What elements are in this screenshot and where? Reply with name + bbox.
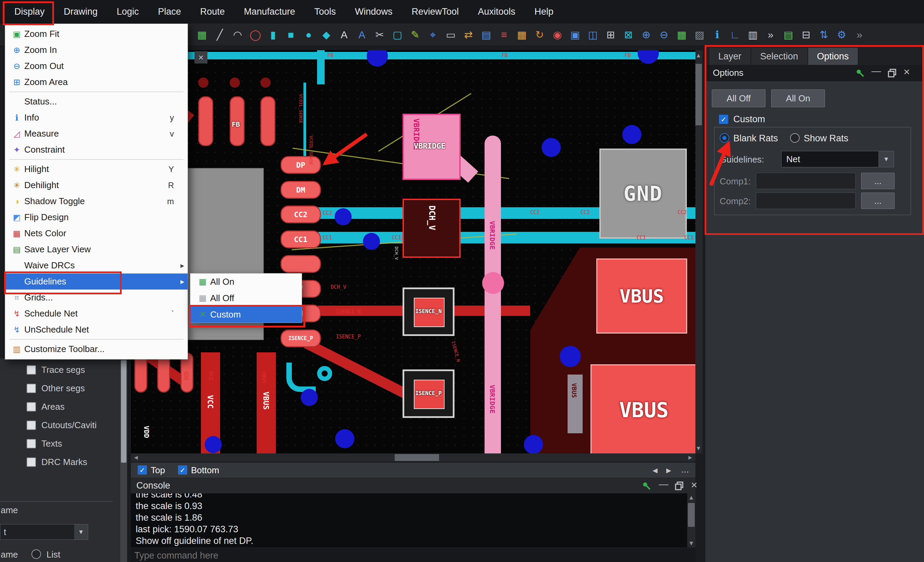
menu-row[interactable]: ▥ Customize Toolbar...: [5, 341, 188, 357]
draw-line-icon[interactable]: ╱: [211, 24, 229, 46]
menu-row[interactable]: ℹ Info y: [5, 110, 188, 126]
fill-grid-icon[interactable]: ▦: [673, 24, 691, 46]
menu-row[interactable]: Waive DRCs ▸: [5, 257, 188, 274]
list-radio[interactable]: [32, 549, 41, 559]
via[interactable]: [622, 125, 641, 144]
pad-dp[interactable]: DP: [280, 156, 321, 174]
menubar-item[interactable]: Tools: [305, 0, 345, 24]
menubar-item[interactable]: Help: [525, 0, 563, 24]
checkbox[interactable]: [27, 457, 36, 467]
add-text-icon[interactable]: A: [353, 24, 371, 46]
menu-row[interactable]: ↯ UnSchedule Net: [5, 321, 188, 338]
close-tab-button[interactable]: ×: [194, 51, 207, 64]
comp2-input[interactable]: [756, 193, 856, 209]
merge-view-icon[interactable]: ⊠: [620, 24, 637, 46]
via[interactable]: [524, 435, 543, 453]
scroll-right-icon[interactable]: ►: [685, 453, 695, 462]
minimize-icon[interactable]: —: [659, 479, 668, 490]
scroll-down-icon[interactable]: ▼: [694, 443, 703, 453]
layer-more-button[interactable]: ...: [681, 464, 689, 475]
checkbox[interactable]: [27, 365, 36, 375]
menu-row[interactable]: ⌗ Grids...: [5, 290, 188, 306]
chevron-down-icon[interactable]: ▼: [879, 151, 894, 167]
checkbox[interactable]: [27, 439, 36, 448]
menu-row[interactable]: ⊖ Zoom Out: [5, 58, 188, 74]
rect-outline-icon[interactable]: ▢: [388, 24, 406, 46]
shape-circle-icon[interactable]: ●: [300, 24, 318, 46]
pin-icon[interactable]: [642, 481, 651, 490]
ruler-icon[interactable]: ∟: [726, 24, 744, 46]
menu-row[interactable]: [9, 91, 183, 92]
menu-row[interactable]: ✦ Constraint: [5, 142, 188, 158]
move-icon[interactable]: ⇄: [460, 24, 477, 46]
panel-tab[interactable]: Layer: [710, 48, 750, 65]
hscroll-thumb[interactable]: [394, 454, 439, 461]
comp1-browse-button[interactable]: ...: [861, 173, 895, 189]
hatch-grid-icon[interactable]: ▨: [691, 24, 708, 46]
via[interactable]: [205, 436, 222, 453]
split-view-icon[interactable]: ⊞: [602, 24, 620, 46]
snap-origin-icon[interactable]: ⌖: [424, 24, 442, 46]
pad-fb-1[interactable]: [198, 96, 213, 146]
chevron-down-icon[interactable]: ▼: [74, 525, 88, 540]
shape-diamond-icon[interactable]: ◆: [318, 24, 335, 46]
image-icon[interactable]: ▣: [566, 24, 584, 46]
layer-prev-icon[interactable]: ◄: [651, 466, 659, 475]
canvas-vscrollbar[interactable]: ▲ ▼: [694, 50, 703, 453]
menubar-item[interactable]: Drawing: [54, 0, 107, 24]
shape-bar-icon[interactable]: ▮: [264, 24, 282, 46]
submenu-row[interactable]: ✕ Custom: [190, 306, 302, 323]
report-icon[interactable]: ▥: [744, 24, 762, 46]
submenu-row[interactable]: ▦ All Off: [190, 290, 302, 306]
component-gnd[interactable]: GND: [599, 148, 687, 239]
pad-cc2[interactable]: CC2: [280, 206, 321, 223]
menubar-item[interactable]: Manufacture: [234, 0, 305, 24]
menubar-item[interactable]: Place: [148, 0, 190, 24]
menu-row[interactable]: ◩ Flip Design: [5, 209, 188, 225]
restore-icon[interactable]: [675, 481, 684, 490]
menu-row[interactable]: ▦ Nets Color: [5, 225, 188, 241]
left-scroll-thumb[interactable]: [121, 360, 126, 463]
shape-square-icon[interactable]: ■: [282, 24, 300, 46]
top-layer-checkbox[interactable]: ✓: [138, 465, 147, 475]
comp2-browse-button[interactable]: ...: [861, 193, 895, 209]
close-icon[interactable]: ×: [691, 479, 698, 491]
text-frame-icon[interactable]: A: [335, 24, 353, 46]
command-input[interactable]: [134, 549, 408, 562]
layer-table-icon[interactable]: ▤: [477, 24, 495, 46]
via[interactable]: [301, 389, 318, 406]
layer-next-icon[interactable]: ►: [664, 466, 673, 475]
via[interactable]: [560, 346, 581, 367]
bottom-layer-checkbox[interactable]: ✓: [178, 465, 187, 475]
checkbox[interactable]: [27, 402, 36, 411]
menubar-item[interactable]: Display: [5, 0, 54, 24]
show-rats-radio[interactable]: [790, 133, 800, 143]
pad-dm[interactable]: DM: [280, 181, 321, 199]
menubar-item[interactable]: Auxitools: [468, 0, 525, 24]
all-on-button[interactable]: All On: [771, 90, 825, 107]
menu-row[interactable]: [9, 339, 183, 340]
component-vbus-1[interactable]: VBUS: [596, 259, 687, 333]
via[interactable]: [638, 50, 659, 64]
record-icon[interactable]: ◉: [549, 24, 566, 46]
menubar-item[interactable]: Logic: [107, 0, 148, 24]
menu-row[interactable]: ✳ Dehilight R: [5, 177, 188, 193]
pcb-canvas[interactable]: FB FB FB FB FB VCOIL_SENSE VCOIL_SENSE D…: [131, 50, 695, 453]
submenu-row[interactable]: ▦ All On: [190, 274, 302, 290]
menu-row[interactable]: ◑ Shadow Toggle m: [5, 193, 188, 209]
menu-row[interactable]: ↯ Schedule Net `: [5, 306, 188, 321]
via-vbridge[interactable]: [482, 272, 504, 294]
menu-row[interactable]: ⊕ Zoom In: [5, 42, 188, 58]
zoom-in-icon[interactable]: ⊕: [637, 24, 655, 46]
menu-row[interactable]: ⊞ Zoom Area: [5, 74, 188, 90]
adjust-sliders-icon[interactable]: ⇅: [815, 24, 833, 46]
menu-row[interactable]: ◿ Measure v: [5, 126, 188, 142]
menu-row[interactable]: Guidelines ▸: [5, 274, 188, 290]
pad-fb-3[interactable]: [260, 96, 275, 146]
name-combo[interactable]: t ▼: [0, 524, 88, 540]
scroll-left-icon[interactable]: ◄: [131, 453, 141, 462]
scroll-down-icon[interactable]: ▼: [687, 539, 695, 547]
settings-gear-icon[interactable]: ⚙: [833, 24, 850, 46]
menu-row[interactable]: ▤ Save Layer View: [5, 241, 188, 257]
capture-icon[interactable]: ◫: [584, 24, 602, 46]
